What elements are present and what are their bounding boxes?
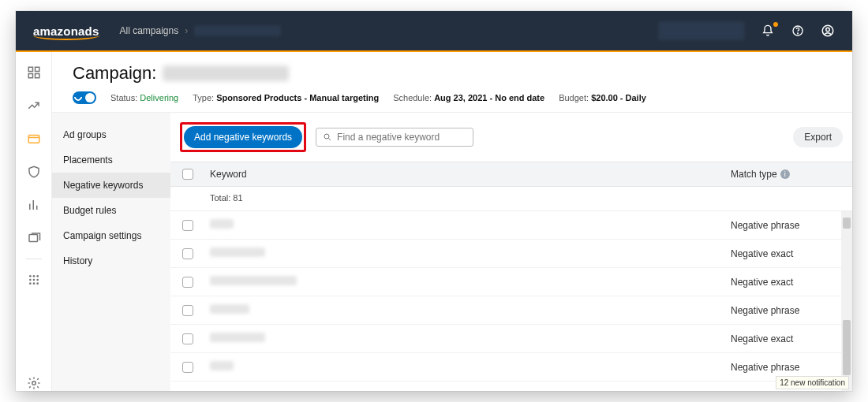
gear-icon[interactable] bbox=[26, 375, 42, 391]
svg-rect-4 bbox=[28, 67, 32, 71]
svg-rect-7 bbox=[35, 74, 39, 78]
svg-point-1 bbox=[798, 33, 799, 34]
scrollbar[interactable] bbox=[841, 211, 852, 391]
user-icon[interactable] bbox=[821, 24, 835, 38]
matchtype-cell: Negative phrase bbox=[726, 299, 852, 322]
matchtype-cell: Negative phrase bbox=[726, 355, 852, 379]
breadcrumb-current bbox=[194, 25, 281, 36]
col-keyword[interactable]: Keyword bbox=[205, 162, 726, 186]
col-matchtype[interactable]: Match type i bbox=[726, 162, 852, 186]
campaign-name bbox=[163, 65, 289, 81]
table-row: Negative phrase bbox=[170, 211, 852, 240]
wallet-icon[interactable] bbox=[26, 131, 42, 147]
svg-rect-6 bbox=[28, 74, 32, 78]
apps-icon[interactable] bbox=[26, 272, 42, 288]
budget-value: $20.00 - Daily bbox=[591, 93, 646, 102]
keyword-cell bbox=[210, 276, 297, 285]
search-input[interactable] bbox=[337, 132, 466, 143]
library-icon[interactable] bbox=[26, 230, 42, 246]
svg-point-20 bbox=[324, 134, 329, 139]
svg-point-18 bbox=[36, 282, 39, 285]
matchtype-cell: Negative exact bbox=[726, 327, 852, 351]
total-row: Total: 81 bbox=[205, 187, 726, 210]
campaign-subnav: Ad groupsPlacementsNegative keywordsBudg… bbox=[52, 113, 170, 391]
subnav-item[interactable]: Ad groups bbox=[52, 122, 170, 147]
row-checkbox[interactable] bbox=[182, 277, 193, 288]
trend-icon[interactable] bbox=[26, 98, 42, 114]
subnav-item[interactable]: Budget rules bbox=[52, 198, 170, 223]
help-icon[interactable] bbox=[791, 24, 805, 38]
table-header: Keyword Match type i bbox=[170, 162, 852, 187]
status-value: Delivering bbox=[140, 93, 178, 102]
svg-point-14 bbox=[32, 279, 35, 281]
bell-icon[interactable] bbox=[761, 24, 775, 38]
reports-icon[interactable] bbox=[26, 197, 42, 213]
subnav-item[interactable]: Campaign settings bbox=[52, 223, 170, 248]
matchtype-cell: Negative phrase bbox=[726, 214, 852, 237]
brand-logo[interactable]: amazonads bbox=[33, 24, 99, 38]
table-row: Negative exact bbox=[170, 240, 852, 268]
budget-label: Budget: bbox=[559, 93, 589, 102]
table-row: Negative exact bbox=[170, 325, 852, 353]
search-icon bbox=[323, 132, 332, 142]
subnav-item[interactable]: Placements bbox=[52, 147, 170, 173]
subnav-item[interactable]: Negative keywords bbox=[52, 173, 170, 198]
table-body: Negative phraseNegative exactNegative ex… bbox=[170, 211, 852, 391]
status-label: Status: bbox=[110, 93, 137, 102]
table-row: Negative phrase bbox=[170, 296, 852, 325]
row-checkbox[interactable] bbox=[182, 248, 193, 259]
callout-highlight: Add negative keywords bbox=[180, 122, 306, 152]
svg-point-13 bbox=[29, 279, 32, 281]
schedule-value: Aug 23, 2021 - No end date bbox=[434, 93, 544, 102]
row-checkbox[interactable] bbox=[182, 220, 193, 231]
notification-toast[interactable]: 12 new notification bbox=[776, 376, 849, 389]
type-value: Sponsored Products - Manual targeting bbox=[216, 93, 379, 102]
campaign-header: Campaign: Status: Delivering Type: Spons… bbox=[52, 52, 852, 112]
top-nav: amazonads All campaigns › bbox=[16, 11, 852, 50]
matchtype-cell: Negative exact bbox=[726, 270, 852, 294]
svg-point-17 bbox=[32, 282, 35, 285]
select-all-checkbox[interactable] bbox=[182, 169, 193, 180]
row-checkbox[interactable] bbox=[182, 333, 193, 344]
svg-rect-8 bbox=[28, 136, 39, 143]
subnav-item[interactable]: History bbox=[52, 248, 170, 274]
search-field[interactable] bbox=[316, 128, 473, 147]
svg-point-11 bbox=[32, 275, 35, 277]
account-region[interactable] bbox=[658, 21, 745, 40]
keyword-cell bbox=[210, 333, 265, 342]
export-button[interactable]: Export bbox=[793, 127, 843, 147]
keyword-cell bbox=[210, 361, 234, 370]
matchtype-cell: Negative exact bbox=[726, 242, 852, 266]
keyword-cell bbox=[210, 219, 234, 229]
svg-rect-5 bbox=[35, 67, 39, 71]
table-row: Negative phrase bbox=[170, 353, 852, 382]
svg-point-19 bbox=[32, 382, 36, 385]
status-toggle[interactable] bbox=[73, 91, 96, 104]
row-checkbox[interactable] bbox=[182, 305, 193, 316]
type-label: Type: bbox=[193, 93, 214, 102]
breadcrumb-root[interactable]: All campaigns bbox=[120, 25, 179, 36]
keyword-cell bbox=[210, 304, 249, 314]
info-icon[interactable]: i bbox=[780, 169, 790, 179]
shield-icon[interactable] bbox=[26, 164, 42, 180]
table-row: Negative exact bbox=[170, 268, 852, 296]
svg-point-3 bbox=[826, 28, 830, 32]
row-checkbox[interactable] bbox=[182, 362, 193, 373]
keyword-cell bbox=[210, 248, 265, 257]
schedule-label: Schedule: bbox=[393, 93, 432, 102]
breadcrumb: All campaigns › bbox=[120, 25, 282, 36]
page-title-prefix: Campaign: bbox=[73, 63, 156, 84]
toolbar: Add negative keywords Export bbox=[170, 113, 852, 162]
svg-rect-9 bbox=[29, 235, 38, 242]
svg-point-10 bbox=[29, 275, 32, 277]
svg-point-15 bbox=[36, 279, 39, 281]
svg-point-12 bbox=[36, 275, 39, 277]
add-negative-keywords-button[interactable]: Add negative keywords bbox=[184, 126, 302, 148]
dashboard-icon[interactable] bbox=[26, 65, 42, 80]
svg-point-16 bbox=[29, 282, 32, 285]
chevron-right-icon: › bbox=[185, 25, 188, 36]
left-rail bbox=[16, 52, 52, 391]
